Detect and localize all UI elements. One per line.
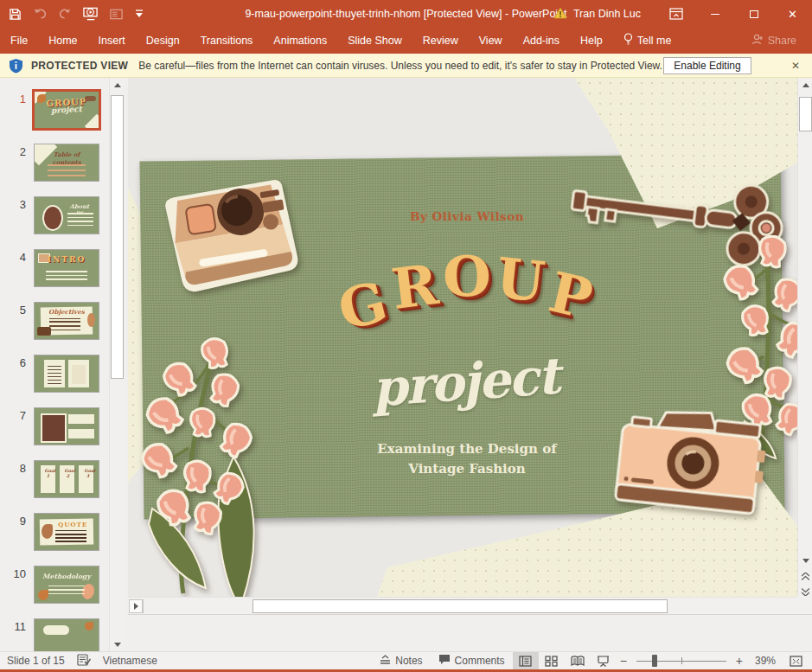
redo-icon	[59, 8, 72, 20]
user-name: Tran Dinh Luc	[573, 8, 641, 20]
tab-animations[interactable]: Animations	[263, 29, 337, 53]
zoom-level[interactable]: 39%	[746, 655, 776, 667]
fit-to-window-button[interactable]	[783, 652, 809, 669]
scroll-up-icon[interactable]	[111, 78, 124, 92]
slide-thumbnail[interactable]: 9 QUOTE	[7, 513, 109, 551]
subtitle-line-1: Examining the Design of	[337, 439, 597, 459]
slide-thumbnail[interactable]: 7	[7, 407, 109, 445]
tell-me-label: Tell me	[637, 35, 672, 47]
slide-thumbnail[interactable]: 1 GROUPproject	[7, 91, 109, 129]
comments-button[interactable]: Comments	[431, 652, 513, 669]
lightbulb-icon	[623, 33, 633, 48]
undo-icon	[33, 8, 48, 20]
scroll-down-icon[interactable]	[799, 554, 812, 567]
slide-number: 3	[7, 196, 26, 234]
notes-icon	[380, 655, 391, 668]
scroll-up-icon[interactable]	[799, 78, 812, 92]
powerpoint-window: 9-mau-powerpoint-thuyet-trinh-nhom [Prot…	[0, 0, 812, 672]
status-bar: Slide 1 of 15 Vietnamese Notes Comments …	[0, 651, 812, 669]
quick-access-toolbar	[0, 7, 144, 21]
previous-slide-icon[interactable]	[799, 569, 812, 583]
warning-icon	[553, 7, 567, 22]
notes-button[interactable]: Notes	[372, 652, 430, 669]
protected-view-label: PROTECTED VIEW	[31, 60, 128, 72]
editor-area: By Olivia Wilson GROUP project Examining…	[128, 78, 812, 651]
share-label: Share	[768, 35, 796, 47]
lily-flowers-sticker	[128, 327, 314, 597]
share-button[interactable]: Share	[751, 34, 796, 48]
tab-help[interactable]: Help	[570, 29, 613, 53]
tab-add-ins[interactable]: Add-ins	[513, 29, 570, 53]
reading-view-button[interactable]	[565, 652, 591, 669]
slide-number: 4	[7, 249, 26, 287]
zoom-out-button[interactable]: −	[617, 654, 630, 668]
spellcheck-icon[interactable]	[77, 654, 91, 669]
tab-file[interactable]: File	[0, 29, 38, 53]
slide-thumbnail[interactable]: 3 About us	[7, 196, 109, 234]
slide-thumbnail[interactable]: 11	[7, 618, 109, 651]
slide-thumbnail-list: 1 GROUPproject 2 Table of contents 3 Abo…	[0, 78, 109, 651]
tab-insert[interactable]: Insert	[88, 29, 136, 53]
customize-qat-icon[interactable]	[135, 10, 144, 18]
tab-view[interactable]: View	[469, 29, 513, 53]
start-from-beginning-icon[interactable]	[83, 7, 99, 21]
info-shield-icon	[9, 58, 23, 74]
slide-subtitle[interactable]: Examining the Design of Vintage Fashion	[337, 439, 597, 479]
scrollbar-thumb[interactable]	[799, 97, 812, 131]
ribbon-tab-bar: File Home Insert Design Transitions Anim…	[0, 28, 812, 54]
byline-text[interactable]: By Olivia Wilson	[380, 209, 553, 223]
slide-sorter-view-button[interactable]	[539, 652, 565, 669]
scrollbar-thumb[interactable]	[253, 599, 668, 613]
tab-home[interactable]: Home	[38, 29, 87, 53]
slide-thumbnail[interactable]: 8 Goal 1Goal 2Goal 3	[7, 460, 109, 498]
minimize-button[interactable]	[695, 0, 734, 28]
thumbnail-scrollbar[interactable]	[109, 78, 124, 651]
scroll-right-icon[interactable]	[129, 599, 143, 613]
slide-title-group[interactable]: GROUP	[258, 244, 673, 309]
slide-thumbnail[interactable]: 5 Objectives	[7, 302, 109, 340]
slide-show-button[interactable]	[591, 652, 617, 669]
slide-thumbnail-panel: 1 GROUPproject 2 Table of contents 3 Abo…	[0, 78, 128, 651]
workspace: 1 GROUPproject 2 Table of contents 3 Abo…	[0, 78, 812, 651]
banner-close-icon[interactable]: ✕	[788, 60, 803, 72]
slide-number: 5	[7, 302, 26, 340]
title-bar: 9-mau-powerpoint-thuyet-trinh-nhom [Prot…	[0, 0, 812, 28]
scrollbar-thumb[interactable]	[111, 95, 124, 379]
tab-design[interactable]: Design	[136, 29, 190, 53]
tab-slide-show[interactable]: Slide Show	[337, 29, 412, 53]
save-icon[interactable]	[9, 8, 22, 21]
notes-pane-collapsed[interactable]	[128, 614, 812, 651]
scrollbar-corner	[797, 597, 812, 614]
zoom-slider-thumb[interactable]	[652, 655, 657, 667]
slide-number: 2	[7, 144, 26, 182]
language-label[interactable]: Vietnamese	[103, 655, 157, 667]
enable-editing-button[interactable]: Enable Editing	[663, 57, 751, 74]
scroll-down-icon[interactable]	[111, 637, 124, 651]
zoom-slider[interactable]	[636, 655, 726, 667]
slide-number: 1	[7, 91, 26, 129]
editor-vertical-scrollbar[interactable]	[797, 78, 812, 598]
account-area[interactable]: Tran Dinh Luc	[553, 7, 641, 22]
slide-number: 10	[7, 566, 26, 604]
tab-transitions[interactable]: Transitions	[190, 29, 264, 53]
normal-view-button[interactable]	[513, 652, 539, 669]
slide-layout-icon	[110, 9, 124, 20]
editor-horizontal-scrollbar[interactable]	[128, 597, 797, 614]
tab-review[interactable]: Review	[412, 29, 469, 53]
zoom-in-button[interactable]: +	[732, 654, 746, 668]
ribbon-display-options-icon[interactable]	[656, 0, 695, 28]
slide-thumbnail[interactable]: 4 INTRO	[7, 249, 109, 287]
protected-view-banner: PROTECTED VIEW Be careful—files from the…	[0, 54, 812, 78]
slide-number: 7	[7, 407, 26, 445]
slide-thumbnail[interactable]: 6	[7, 355, 109, 393]
tab-tell-me[interactable]: Tell me	[613, 27, 682, 54]
protected-view-message: Be careful—files from the Internet can c…	[138, 60, 662, 72]
close-button[interactable]: ✕	[773, 0, 812, 28]
slide-thumbnail[interactable]: 2 Table of contents	[7, 144, 109, 182]
vintage-camera-sticker	[603, 394, 776, 540]
slide-number: 8	[7, 460, 26, 498]
maximize-button[interactable]	[734, 0, 773, 28]
slide-canvas[interactable]: By Olivia Wilson GROUP project Examining…	[128, 78, 797, 597]
slide-thumbnail[interactable]: 10 Methodology	[7, 566, 109, 604]
title-bar-controls: Tran Dinh Luc ✕	[553, 0, 812, 28]
